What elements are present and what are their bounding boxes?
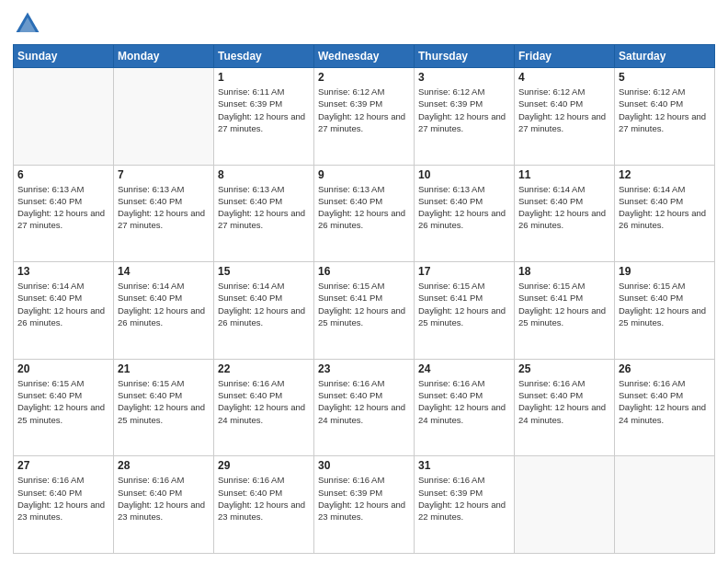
col-header-saturday: Saturday bbox=[615, 45, 715, 68]
day-info: Sunrise: 6:12 AM Sunset: 6:39 PM Dayligh… bbox=[318, 86, 410, 134]
day-info: Sunrise: 6:15 AM Sunset: 6:41 PM Dayligh… bbox=[318, 280, 410, 328]
day-info: Sunrise: 6:16 AM Sunset: 6:39 PM Dayligh… bbox=[318, 474, 410, 523]
day-cell: 25Sunrise: 6:16 AM Sunset: 6:40 PM Dayli… bbox=[515, 359, 615, 456]
calendar-table: SundayMondayTuesdayWednesdayThursdayFrid… bbox=[13, 44, 715, 554]
day-number: 7 bbox=[118, 168, 210, 181]
week-row-1: 1Sunrise: 6:11 AM Sunset: 6:39 PM Daylig… bbox=[14, 68, 715, 166]
day-cell: 8Sunrise: 6:13 AM Sunset: 6:40 PM Daylig… bbox=[214, 165, 314, 262]
day-cell: 21Sunrise: 6:15 AM Sunset: 6:40 PM Dayli… bbox=[114, 359, 214, 456]
day-cell: 6Sunrise: 6:13 AM Sunset: 6:40 PM Daylig… bbox=[14, 165, 114, 262]
day-info: Sunrise: 6:15 AM Sunset: 6:40 PM Dayligh… bbox=[17, 377, 109, 426]
day-cell: 2Sunrise: 6:12 AM Sunset: 6:39 PM Daylig… bbox=[314, 68, 415, 166]
day-info: Sunrise: 6:14 AM Sunset: 6:40 PM Dayligh… bbox=[218, 280, 310, 328]
day-cell: 18Sunrise: 6:15 AM Sunset: 6:41 PM Dayli… bbox=[515, 262, 615, 360]
day-info: Sunrise: 6:16 AM Sunset: 6:40 PM Dayligh… bbox=[17, 474, 109, 523]
day-number: 18 bbox=[518, 265, 610, 278]
day-number: 16 bbox=[318, 265, 410, 278]
day-info: Sunrise: 6:15 AM Sunset: 6:41 PM Dayligh… bbox=[418, 280, 510, 328]
logo-icon bbox=[13, 9, 42, 39]
day-info: Sunrise: 6:16 AM Sunset: 6:40 PM Dayligh… bbox=[118, 474, 210, 523]
day-cell: 1Sunrise: 6:11 AM Sunset: 6:39 PM Daylig… bbox=[214, 68, 314, 166]
day-cell: 20Sunrise: 6:15 AM Sunset: 6:40 PM Dayli… bbox=[14, 359, 114, 456]
day-number: 2 bbox=[318, 71, 410, 84]
day-number: 21 bbox=[118, 362, 210, 375]
day-cell bbox=[515, 456, 615, 554]
logo bbox=[13, 9, 46, 39]
week-row-4: 20Sunrise: 6:15 AM Sunset: 6:40 PM Dayli… bbox=[14, 359, 715, 456]
day-cell: 9Sunrise: 6:13 AM Sunset: 6:40 PM Daylig… bbox=[314, 165, 415, 262]
day-number: 26 bbox=[619, 362, 711, 375]
week-row-5: 27Sunrise: 6:16 AM Sunset: 6:40 PM Dayli… bbox=[14, 456, 715, 554]
day-cell: 15Sunrise: 6:14 AM Sunset: 6:40 PM Dayli… bbox=[214, 262, 314, 360]
day-cell bbox=[14, 68, 114, 166]
col-header-wednesday: Wednesday bbox=[314, 45, 415, 68]
day-info: Sunrise: 6:16 AM Sunset: 6:40 PM Dayligh… bbox=[619, 377, 711, 426]
day-cell: 30Sunrise: 6:16 AM Sunset: 6:39 PM Dayli… bbox=[314, 456, 415, 554]
day-info: Sunrise: 6:14 AM Sunset: 6:40 PM Dayligh… bbox=[619, 183, 711, 232]
day-number: 31 bbox=[418, 459, 510, 472]
day-info: Sunrise: 6:15 AM Sunset: 6:41 PM Dayligh… bbox=[518, 280, 610, 328]
day-number: 28 bbox=[118, 459, 210, 472]
day-info: Sunrise: 6:15 AM Sunset: 6:40 PM Dayligh… bbox=[619, 280, 711, 328]
day-cell: 4Sunrise: 6:12 AM Sunset: 6:40 PM Daylig… bbox=[515, 68, 615, 166]
day-info: Sunrise: 6:12 AM Sunset: 6:39 PM Dayligh… bbox=[418, 86, 510, 134]
day-number: 10 bbox=[418, 168, 510, 181]
day-info: Sunrise: 6:16 AM Sunset: 6:40 PM Dayligh… bbox=[218, 474, 310, 523]
day-cell bbox=[615, 456, 715, 554]
day-info: Sunrise: 6:13 AM Sunset: 6:40 PM Dayligh… bbox=[318, 183, 410, 232]
day-cell: 11Sunrise: 6:14 AM Sunset: 6:40 PM Dayli… bbox=[515, 165, 615, 262]
day-cell: 5Sunrise: 6:12 AM Sunset: 6:40 PM Daylig… bbox=[615, 68, 715, 166]
page: SundayMondayTuesdayWednesdayThursdayFrid… bbox=[0, 0, 728, 563]
day-info: Sunrise: 6:16 AM Sunset: 6:40 PM Dayligh… bbox=[318, 377, 410, 426]
day-info: Sunrise: 6:13 AM Sunset: 6:40 PM Dayligh… bbox=[418, 183, 510, 232]
day-cell bbox=[114, 68, 214, 166]
day-cell: 29Sunrise: 6:16 AM Sunset: 6:40 PM Dayli… bbox=[214, 456, 314, 554]
day-number: 14 bbox=[118, 265, 210, 278]
day-number: 9 bbox=[318, 168, 410, 181]
week-row-3: 13Sunrise: 6:14 AM Sunset: 6:40 PM Dayli… bbox=[14, 262, 715, 360]
day-number: 29 bbox=[218, 459, 310, 472]
day-number: 15 bbox=[218, 265, 310, 278]
day-info: Sunrise: 6:16 AM Sunset: 6:40 PM Dayligh… bbox=[218, 377, 310, 426]
day-cell: 19Sunrise: 6:15 AM Sunset: 6:40 PM Dayli… bbox=[615, 262, 715, 360]
calendar-header-row: SundayMondayTuesdayWednesdayThursdayFrid… bbox=[14, 45, 715, 68]
day-info: Sunrise: 6:12 AM Sunset: 6:40 PM Dayligh… bbox=[518, 86, 610, 134]
day-info: Sunrise: 6:13 AM Sunset: 6:40 PM Dayligh… bbox=[118, 183, 210, 232]
day-cell: 14Sunrise: 6:14 AM Sunset: 6:40 PM Dayli… bbox=[114, 262, 214, 360]
day-cell: 7Sunrise: 6:13 AM Sunset: 6:40 PM Daylig… bbox=[114, 165, 214, 262]
day-cell: 3Sunrise: 6:12 AM Sunset: 6:39 PM Daylig… bbox=[415, 68, 515, 166]
day-number: 20 bbox=[17, 362, 109, 375]
day-info: Sunrise: 6:14 AM Sunset: 6:40 PM Dayligh… bbox=[118, 280, 210, 328]
day-info: Sunrise: 6:14 AM Sunset: 6:40 PM Dayligh… bbox=[518, 183, 610, 232]
day-cell: 26Sunrise: 6:16 AM Sunset: 6:40 PM Dayli… bbox=[615, 359, 715, 456]
day-number: 22 bbox=[218, 362, 310, 375]
day-cell: 13Sunrise: 6:14 AM Sunset: 6:40 PM Dayli… bbox=[14, 262, 114, 360]
day-number: 25 bbox=[518, 362, 610, 375]
day-number: 30 bbox=[318, 459, 410, 472]
day-info: Sunrise: 6:15 AM Sunset: 6:40 PM Dayligh… bbox=[118, 377, 210, 426]
day-number: 5 bbox=[619, 71, 711, 84]
day-cell: 16Sunrise: 6:15 AM Sunset: 6:41 PM Dayli… bbox=[314, 262, 415, 360]
day-cell: 23Sunrise: 6:16 AM Sunset: 6:40 PM Dayli… bbox=[314, 359, 415, 456]
day-number: 17 bbox=[418, 265, 510, 278]
day-number: 19 bbox=[619, 265, 711, 278]
day-number: 11 bbox=[518, 168, 610, 181]
day-info: Sunrise: 6:16 AM Sunset: 6:40 PM Dayligh… bbox=[418, 377, 510, 426]
day-cell: 24Sunrise: 6:16 AM Sunset: 6:40 PM Dayli… bbox=[415, 359, 515, 456]
header bbox=[13, 9, 715, 39]
day-number: 1 bbox=[218, 71, 310, 84]
day-number: 8 bbox=[218, 168, 310, 181]
day-number: 27 bbox=[17, 459, 109, 472]
day-cell: 12Sunrise: 6:14 AM Sunset: 6:40 PM Dayli… bbox=[615, 165, 715, 262]
col-header-tuesday: Tuesday bbox=[214, 45, 314, 68]
day-info: Sunrise: 6:16 AM Sunset: 6:40 PM Dayligh… bbox=[518, 377, 610, 426]
day-number: 12 bbox=[619, 168, 711, 181]
col-header-friday: Friday bbox=[515, 45, 615, 68]
day-cell: 10Sunrise: 6:13 AM Sunset: 6:40 PM Dayli… bbox=[415, 165, 515, 262]
col-header-monday: Monday bbox=[114, 45, 214, 68]
day-number: 3 bbox=[418, 71, 510, 84]
day-info: Sunrise: 6:14 AM Sunset: 6:40 PM Dayligh… bbox=[17, 280, 109, 328]
day-cell: 27Sunrise: 6:16 AM Sunset: 6:40 PM Dayli… bbox=[14, 456, 114, 554]
day-number: 23 bbox=[318, 362, 410, 375]
col-header-sunday: Sunday bbox=[14, 45, 114, 68]
